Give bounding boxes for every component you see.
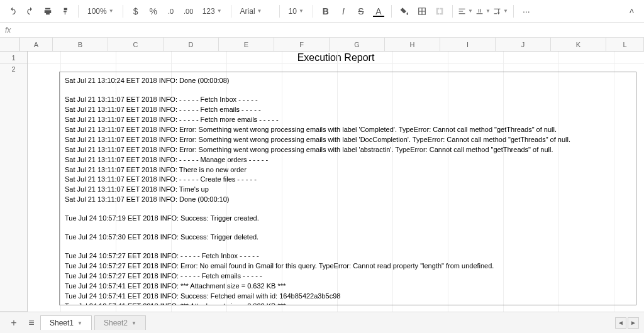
log-line <box>65 224 631 232</box>
column-header-H[interactable]: H <box>385 38 440 51</box>
print-button[interactable] <box>40 4 55 19</box>
chevron-down-icon: ▼ <box>486 8 491 14</box>
chevron-down-icon: ▼ <box>131 320 136 326</box>
log-line: Tue Jul 24 10:57:19 EET 2018 INFO: Succe… <box>65 214 631 224</box>
italic-button[interactable]: I <box>336 4 351 19</box>
scroll-left-button[interactable]: ◄ <box>615 317 626 329</box>
chevron-down-icon: ▼ <box>257 8 262 14</box>
sheet-tab-1[interactable]: Sheet1▼ <box>40 315 92 330</box>
chevron-down-icon: ▼ <box>217 8 222 14</box>
log-line: Sat Jul 21 13:11:07 EET 2018 INFO: - - -… <box>65 105 631 115</box>
log-line <box>65 86 631 95</box>
horizontal-align-button[interactable]: ▼ <box>458 4 473 19</box>
format-currency-button[interactable]: $ <box>128 4 143 19</box>
log-line: Sat Jul 21 13:11:07 EET 2018 INFO: Time'… <box>65 185 631 195</box>
paint-format-button[interactable] <box>58 4 73 19</box>
more-formats-dropdown[interactable]: 123▼ <box>199 4 226 19</box>
log-line: Sat Jul 21 13:11:07 EET 2018 INFO: - - -… <box>65 95 631 105</box>
column-header-E[interactable]: E <box>219 38 274 51</box>
increase-decimal-button[interactable]: .00 <box>181 4 196 19</box>
fx-label: fx <box>5 26 24 35</box>
text-wrap-button[interactable]: ▼ <box>493 4 508 19</box>
formula-input[interactable] <box>24 23 639 37</box>
borders-button[interactable] <box>414 4 430 19</box>
log-line: Tue Jul 24 10:57:30 EET 2018 INFO: Succe… <box>65 232 631 243</box>
vertical-align-button[interactable]: ▼ <box>475 4 491 19</box>
text-color-button[interactable]: A <box>371 4 386 19</box>
log-line: Sat Jul 21 13:11:07 EET 2018 INFO: - - -… <box>65 115 631 125</box>
log-line: Sat Jul 21 13:10:24 EET 2018 INFO: Done … <box>65 76 631 86</box>
zoom-dropdown[interactable]: 100%▼ <box>84 4 118 19</box>
bold-button[interactable]: B <box>318 4 333 19</box>
log-line <box>65 205 631 214</box>
chevron-down-icon: ▼ <box>299 8 304 14</box>
log-line: Tue Jul 24 10:57:27 EET 2018 INFO: - - -… <box>65 271 631 281</box>
select-all-corner[interactable] <box>0 38 20 51</box>
row-header-1[interactable]: 1 <box>0 52 27 64</box>
log-line: Tue Jul 24 10:57:41 EET 2018 INFO: *** A… <box>65 281 631 292</box>
log-line: Tue Jul 24 10:57:41 EET 2018 INFO: Succe… <box>65 292 631 302</box>
log-line: Tue Jul 24 10:57:27 EET 2018 INFO: Error… <box>65 261 631 271</box>
log-line: Sat Jul 21 13:11:07 EET 2018 INFO: Error… <box>65 145 631 155</box>
column-headers: ABCDEFGHIJKL <box>0 38 644 52</box>
merge-cells-button[interactable] <box>432 4 447 19</box>
log-line: Sat Jul 21 13:11:07 EET 2018 INFO: There… <box>65 165 631 175</box>
log-line: Sat Jul 21 13:11:07 EET 2018 INFO: Error… <box>65 125 631 135</box>
column-header-D[interactable]: D <box>164 38 219 51</box>
spreadsheet-grid[interactable]: ABCDEFGHIJKL 1 2 Execution Report Sat Ju… <box>0 38 644 312</box>
chevron-down-icon: ▼ <box>77 320 82 326</box>
column-header-F[interactable]: F <box>274 38 330 51</box>
log-line: Tue Jul 24 10:57:27 EET 2018 INFO: - - -… <box>65 251 631 261</box>
report-title: Execution Report <box>28 52 644 63</box>
add-sheet-button[interactable]: + <box>5 314 23 332</box>
log-line: Sat Jul 21 13:11:07 EET 2018 INFO: - - -… <box>65 175 631 185</box>
cell-row-1[interactable]: Execution Report <box>28 52 644 64</box>
formula-bar: fx <box>0 23 644 38</box>
column-header-G[interactable]: G <box>330 38 385 51</box>
row-headers: 1 2 <box>0 52 28 312</box>
more-button[interactable]: ··· <box>519 4 534 19</box>
log-cell[interactable]: Sat Jul 21 13:10:24 EET 2018 INFO: Done … <box>59 72 636 305</box>
format-percent-button[interactable]: % <box>146 4 161 19</box>
scroll-right-button[interactable]: ► <box>628 317 639 329</box>
all-sheets-button[interactable]: ≡ <box>23 314 40 332</box>
column-header-A[interactable]: A <box>20 38 53 51</box>
font-dropdown[interactable]: Arial▼ <box>236 4 274 19</box>
redo-button[interactable] <box>23 4 38 19</box>
toolbar: 100%▼ $ % .0 .00 123▼ Arial▼ 10▼ B I S A… <box>0 0 644 23</box>
decrease-decimal-button[interactable]: .0 <box>164 4 179 19</box>
column-header-C[interactable]: C <box>108 38 164 51</box>
log-line <box>65 243 631 251</box>
log-line: Sat Jul 21 13:11:07 EET 2018 INFO: - - -… <box>65 155 631 165</box>
row-header-2[interactable]: 2 <box>0 64 27 312</box>
chevron-down-icon: ▼ <box>109 8 114 14</box>
log-line: Sat Jul 21 13:11:07 EET 2018 INFO: Error… <box>65 135 631 145</box>
sheet-tab-2[interactable]: Sheet2▼ <box>94 315 146 330</box>
column-header-L[interactable]: L <box>606 38 644 51</box>
undo-button[interactable] <box>5 4 20 19</box>
collapse-toolbar-button[interactable]: ᐱ <box>624 4 639 19</box>
chevron-down-icon: ▼ <box>468 8 473 14</box>
fill-color-button[interactable] <box>397 4 412 19</box>
log-line: Tue Jul 24 10:57:41 EET 2018 INFO: *** A… <box>65 302 631 305</box>
column-header-B[interactable]: B <box>53 38 108 51</box>
font-size-dropdown[interactable]: 10▼ <box>285 4 308 19</box>
column-header-I[interactable]: I <box>440 38 496 51</box>
sheet-tab-bar: + ≡ Sheet1▼ Sheet2▼ ◄ ► <box>0 312 644 333</box>
chevron-down-icon: ▼ <box>503 8 508 14</box>
column-header-K[interactable]: K <box>551 38 606 51</box>
log-line: Sat Jul 21 13:11:07 EET 2018 INFO: Done … <box>65 195 631 205</box>
column-header-J[interactable]: J <box>496 38 551 51</box>
strikethrough-button[interactable]: S <box>353 4 369 19</box>
